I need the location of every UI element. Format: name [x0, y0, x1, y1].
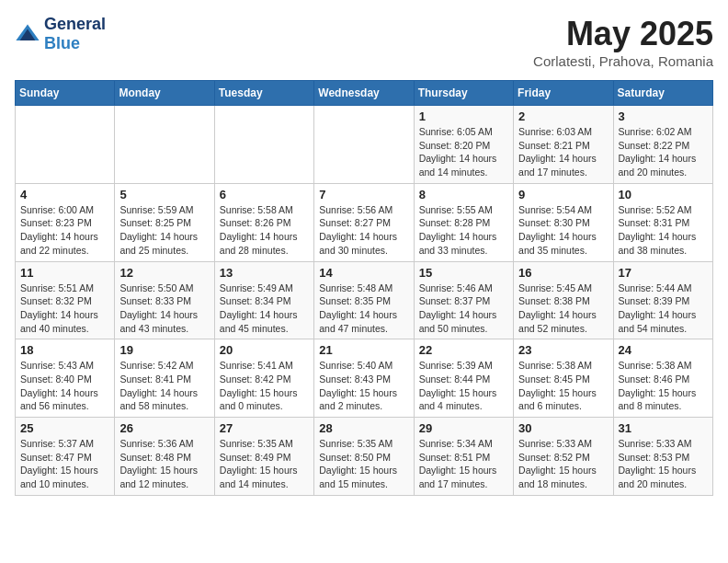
day-number: 13: [220, 266, 309, 280]
day-info: Sunrise: 5:40 AMSunset: 8:43 PMDaylight:…: [319, 359, 408, 413]
day-number: 29: [419, 421, 508, 435]
day-info: Sunrise: 6:03 AMSunset: 8:21 PMDaylight:…: [518, 125, 608, 179]
day-number: 21: [319, 343, 408, 357]
calendar-cell: 25Sunrise: 5:37 AMSunset: 8:47 PMDayligh…: [16, 418, 115, 496]
weekday-header-thursday: Thursday: [414, 81, 513, 106]
calendar-cell: 26Sunrise: 5:36 AMSunset: 8:48 PMDayligh…: [115, 418, 214, 496]
day-number: 9: [518, 188, 608, 201]
calendar-cell: 22Sunrise: 5:39 AMSunset: 8:44 PMDayligh…: [414, 339, 513, 418]
day-info: Sunrise: 5:55 AMSunset: 8:28 PMDaylight:…: [419, 203, 508, 258]
logo-icon: [15, 21, 40, 47]
day-info: Sunrise: 5:42 AMSunset: 8:41 PMDaylight:…: [119, 359, 209, 413]
day-number: 27: [220, 421, 309, 435]
calendar-cell: 17Sunrise: 5:44 AMSunset: 8:39 PMDayligh…: [613, 261, 712, 339]
day-info: Sunrise: 5:45 AMSunset: 8:38 PMDaylight:…: [518, 282, 608, 336]
calendar-cell: 9Sunrise: 5:54 AMSunset: 8:30 PMDaylight…: [514, 183, 613, 261]
day-number: 11: [20, 266, 109, 280]
logo-name: GeneralBlue: [44, 15, 106, 53]
calendar-cell: [314, 106, 414, 184]
day-info: Sunrise: 5:41 AMSunset: 8:42 PMDaylight:…: [220, 359, 309, 413]
day-number: 20: [220, 343, 309, 357]
day-number: 17: [619, 266, 708, 280]
calendar-cell: [214, 106, 313, 184]
calendar-body: 1Sunrise: 6:05 AMSunset: 8:20 PMDaylight…: [16, 106, 713, 496]
day-number: 23: [518, 343, 608, 357]
day-number: 10: [619, 188, 708, 201]
calendar-week-5: 25Sunrise: 5:37 AMSunset: 8:47 PMDayligh…: [16, 418, 713, 496]
day-number: 14: [319, 266, 408, 280]
calendar-cell: 15Sunrise: 5:46 AMSunset: 8:37 PMDayligh…: [414, 261, 513, 339]
calendar-cell: 20Sunrise: 5:41 AMSunset: 8:42 PMDayligh…: [214, 339, 313, 418]
day-info: Sunrise: 5:52 AMSunset: 8:31 PMDaylight:…: [619, 203, 708, 258]
calendar-cell: 7Sunrise: 5:56 AMSunset: 8:27 PMDaylight…: [314, 183, 414, 261]
title-block: May 2025 Corlatesti, Prahova, Romania: [533, 15, 713, 69]
calendar-cell: 30Sunrise: 5:33 AMSunset: 8:52 PMDayligh…: [514, 418, 613, 496]
weekday-header-wednesday: Wednesday: [314, 81, 414, 106]
calendar-table: SundayMondayTuesdayWednesdayThursdayFrid…: [15, 80, 713, 496]
day-info: Sunrise: 5:44 AMSunset: 8:39 PMDaylight:…: [619, 282, 708, 336]
calendar-cell: 21Sunrise: 5:40 AMSunset: 8:43 PMDayligh…: [314, 339, 414, 418]
day-info: Sunrise: 5:51 AMSunset: 8:32 PMDaylight:…: [20, 282, 109, 336]
day-info: Sunrise: 5:37 AMSunset: 8:47 PMDaylight:…: [20, 437, 109, 491]
calendar-cell: 23Sunrise: 5:38 AMSunset: 8:45 PMDayligh…: [514, 339, 613, 418]
day-info: Sunrise: 5:50 AMSunset: 8:33 PMDaylight:…: [119, 282, 209, 336]
day-info: Sunrise: 6:00 AMSunset: 8:23 PMDaylight:…: [20, 203, 109, 258]
day-info: Sunrise: 5:59 AMSunset: 8:25 PMDaylight:…: [119, 203, 209, 258]
logo: GeneralBlue: [15, 15, 106, 53]
weekday-header-sunday: Sunday: [16, 81, 115, 106]
calendar-cell: 1Sunrise: 6:05 AMSunset: 8:20 PMDaylight…: [414, 106, 513, 184]
day-info: Sunrise: 5:46 AMSunset: 8:37 PMDaylight:…: [419, 282, 508, 336]
day-number: 16: [518, 266, 608, 280]
day-info: Sunrise: 5:33 AMSunset: 8:53 PMDaylight:…: [619, 437, 708, 491]
day-number: 3: [619, 109, 708, 123]
day-number: 8: [419, 188, 508, 201]
calendar-cell: [16, 106, 115, 184]
day-number: 28: [319, 421, 408, 435]
calendar-cell: 13Sunrise: 5:49 AMSunset: 8:34 PMDayligh…: [214, 261, 313, 339]
day-number: 6: [220, 188, 309, 201]
day-info: Sunrise: 5:56 AMSunset: 8:27 PMDaylight:…: [319, 203, 408, 258]
page-header: GeneralBlue May 2025 Corlatesti, Prahova…: [15, 15, 713, 69]
day-number: 4: [20, 188, 109, 201]
day-number: 18: [20, 343, 109, 357]
day-number: 5: [119, 188, 209, 201]
calendar-week-4: 18Sunrise: 5:43 AMSunset: 8:40 PMDayligh…: [16, 339, 713, 418]
day-info: Sunrise: 5:38 AMSunset: 8:46 PMDaylight:…: [619, 359, 708, 413]
day-number: 30: [518, 421, 608, 435]
day-info: Sunrise: 6:05 AMSunset: 8:20 PMDaylight:…: [419, 125, 508, 179]
day-info: Sunrise: 5:58 AMSunset: 8:26 PMDaylight:…: [220, 203, 309, 258]
day-info: Sunrise: 5:49 AMSunset: 8:34 PMDaylight:…: [220, 282, 309, 336]
day-info: Sunrise: 6:02 AMSunset: 8:22 PMDaylight:…: [619, 125, 708, 179]
calendar-cell: 24Sunrise: 5:38 AMSunset: 8:46 PMDayligh…: [613, 339, 712, 418]
calendar-header-row: SundayMondayTuesdayWednesdayThursdayFrid…: [16, 81, 713, 106]
day-info: Sunrise: 5:54 AMSunset: 8:30 PMDaylight:…: [518, 203, 608, 258]
day-info: Sunrise: 5:39 AMSunset: 8:44 PMDaylight:…: [419, 359, 508, 413]
weekday-header-saturday: Saturday: [613, 81, 712, 106]
calendar-cell: 31Sunrise: 5:33 AMSunset: 8:53 PMDayligh…: [613, 418, 712, 496]
calendar-cell: 6Sunrise: 5:58 AMSunset: 8:26 PMDaylight…: [214, 183, 313, 261]
day-number: 22: [419, 343, 508, 357]
calendar-cell: [115, 106, 214, 184]
weekday-header-monday: Monday: [115, 81, 214, 106]
calendar-cell: 27Sunrise: 5:35 AMSunset: 8:49 PMDayligh…: [214, 418, 313, 496]
calendar-cell: 10Sunrise: 5:52 AMSunset: 8:31 PMDayligh…: [613, 183, 712, 261]
calendar-cell: 8Sunrise: 5:55 AMSunset: 8:28 PMDaylight…: [414, 183, 513, 261]
day-info: Sunrise: 5:43 AMSunset: 8:40 PMDaylight:…: [20, 359, 109, 413]
day-info: Sunrise: 5:36 AMSunset: 8:48 PMDaylight:…: [119, 437, 209, 491]
calendar-cell: 11Sunrise: 5:51 AMSunset: 8:32 PMDayligh…: [16, 261, 115, 339]
month-title: May 2025: [533, 15, 713, 53]
day-number: 15: [419, 266, 508, 280]
calendar-cell: 18Sunrise: 5:43 AMSunset: 8:40 PMDayligh…: [16, 339, 115, 418]
calendar-cell: 14Sunrise: 5:48 AMSunset: 8:35 PMDayligh…: [314, 261, 414, 339]
day-info: Sunrise: 5:48 AMSunset: 8:35 PMDaylight:…: [319, 282, 408, 336]
calendar-week-1: 1Sunrise: 6:05 AMSunset: 8:20 PMDaylight…: [16, 106, 713, 184]
day-info: Sunrise: 5:34 AMSunset: 8:51 PMDaylight:…: [419, 437, 508, 491]
calendar-cell: 16Sunrise: 5:45 AMSunset: 8:38 PMDayligh…: [514, 261, 613, 339]
day-number: 2: [518, 109, 608, 123]
calendar-cell: 19Sunrise: 5:42 AMSunset: 8:41 PMDayligh…: [115, 339, 214, 418]
day-number: 19: [119, 343, 209, 357]
day-info: Sunrise: 5:35 AMSunset: 8:49 PMDaylight:…: [220, 437, 309, 491]
calendar-cell: 5Sunrise: 5:59 AMSunset: 8:25 PMDaylight…: [115, 183, 214, 261]
day-number: 7: [319, 188, 408, 201]
day-number: 25: [20, 421, 109, 435]
